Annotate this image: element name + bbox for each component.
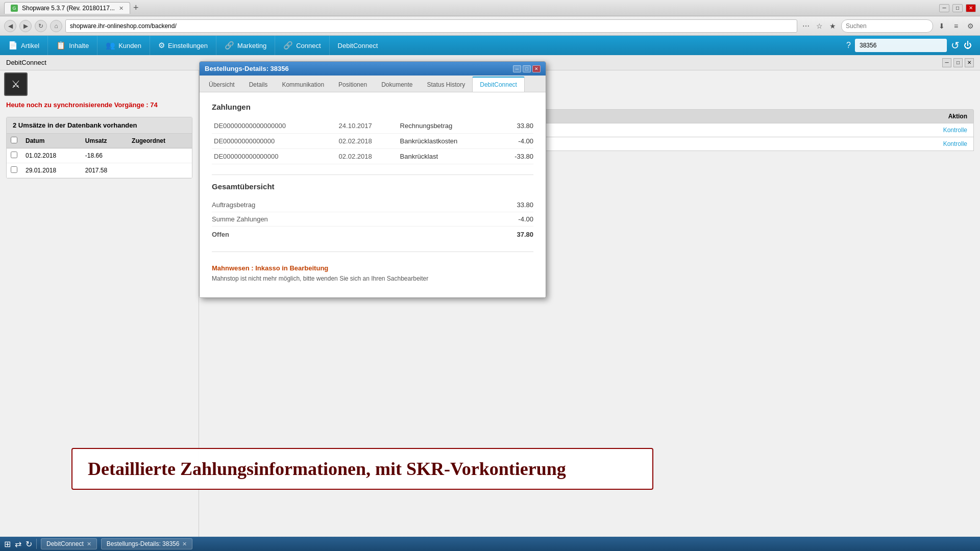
section-divider-2: [212, 252, 533, 252]
taskbar-btn-debitconnect[interactable]: DebitConnect ✕: [41, 538, 97, 549]
tab-label: Shopware 5.3.7 (Rev. 20180117...: [22, 5, 115, 12]
payment-date-1: 02.02.2018: [337, 134, 398, 149]
modal-close-btn[interactable]: ✕: [532, 65, 541, 72]
nav-label-kunden: Kunden: [118, 42, 141, 49]
modal-minimize-btn[interactable]: ─: [513, 65, 521, 72]
payment-date-2: 02.02.2018: [337, 149, 398, 164]
payments-table: DE00000000000000000 24.10.2017 Rechnungs…: [212, 118, 533, 164]
browser-toolbar: ◀ ▶ ↻ ⌂ ⋯ ☆ ★ ⬇ ≡ ⚙: [0, 16, 980, 36]
banner-text: Detaillierte Zahlungsinformationen, mit …: [88, 458, 637, 480]
nav-action-icon[interactable]: ↺: [951, 39, 960, 52]
dc-close-btn[interactable]: ✕: [965, 58, 974, 67]
taskbar-home-icon[interactable]: ⊞: [4, 539, 11, 549]
sync-warning: Heute noch zu synchronisierende Vorgänge…: [6, 101, 192, 109]
payment-iban-0: DE00000000000000000: [212, 118, 337, 134]
cell-amount-0: -18.66: [81, 148, 128, 163]
inhalte-icon: 📋: [56, 41, 66, 50]
download-icon[interactable]: ⬇: [936, 20, 947, 32]
extensions-icon[interactable]: ⋯: [800, 20, 812, 32]
modal-tab-kommunikation[interactable]: Kommunikation: [275, 77, 331, 92]
taskbar-btn-debitconnect-close[interactable]: ✕: [87, 541, 91, 547]
star-icon[interactable]: ★: [827, 20, 838, 32]
tab-close-icon[interactable]: ✕: [119, 5, 124, 12]
kontrolle-label-1: Kontrolle: [943, 127, 967, 134]
app-nav: 📄 Artikel 📋 Inhalte 👥 Kunden ⚙ Einstellu…: [0, 36, 980, 55]
modal-title: Bestellungs-Details: 38356: [205, 65, 289, 72]
table-row[interactable]: 01.02.2018 -18.66: [7, 148, 192, 163]
taskbar-switch-icon[interactable]: ⇄: [15, 539, 21, 549]
taskbar-separator: [36, 539, 37, 549]
modal-tab-positionen[interactable]: Positionen: [331, 77, 374, 92]
modal-tabs: Übersicht Details Kommunikation Position…: [200, 76, 546, 92]
cell-date-1: 29.01.2018: [21, 163, 81, 178]
forward-button[interactable]: ▶: [19, 20, 32, 32]
nav-item-connect[interactable]: 🔗 Connect: [275, 36, 329, 55]
nav-item-einstellungen[interactable]: ⚙ Einstellungen: [150, 36, 216, 55]
modal-restore-btn[interactable]: □: [523, 65, 531, 72]
nav-item-artikel[interactable]: 📄 Artikel: [0, 36, 48, 55]
kunden-icon: 👥: [106, 41, 115, 50]
nav-item-debitconnect[interactable]: DebitConnect: [330, 36, 386, 55]
help-icon[interactable]: ?: [846, 41, 851, 50]
modal-dialog: Bestellungs-Details: 38356 ─ □ ✕ Übersic…: [199, 61, 546, 298]
nav-label-einstellungen: Einstellungen: [168, 42, 208, 49]
dc-restore-btn[interactable]: □: [953, 58, 963, 67]
restore-button[interactable]: □: [952, 4, 963, 12]
dc-minimize-btn[interactable]: ─: [942, 58, 951, 67]
history-icon[interactable]: ≡: [950, 20, 962, 32]
nav-label-artikel: Artikel: [21, 42, 39, 49]
nav-item-marketing[interactable]: 🔗 Marketing: [216, 36, 275, 55]
browser-toolbar-icons: ⋯ ☆ ★: [800, 20, 838, 32]
nav-label-inhalte: Inhalte: [69, 42, 89, 49]
app-nav-search-area: ? ↺ ⏻: [846, 39, 980, 52]
modal-titlebar: Bestellungs-Details: 38356 ─ □ ✕: [200, 62, 546, 76]
browser-tab[interactable]: G Shopware 5.3.7 (Rev. 20180117... ✕: [4, 2, 130, 14]
settings-icon[interactable]: ⚙: [965, 20, 976, 32]
payment-date-0: 24.10.2017: [337, 118, 398, 134]
row-checkbox-0[interactable]: [11, 152, 17, 158]
payment-iban-1: DE00000000000000: [212, 134, 337, 149]
cell-amount-1: 2017.58: [81, 163, 128, 178]
home-button[interactable]: ⌂: [50, 20, 62, 32]
overview-label-1: Summe Zahlungen: [212, 215, 268, 223]
select-all-checkbox[interactable]: [11, 137, 17, 143]
modal-tab-debitconnect[interactable]: DebitConnect: [472, 77, 525, 92]
close-button[interactable]: ✕: [966, 4, 976, 12]
nav-item-kunden[interactable]: 👥 Kunden: [97, 36, 150, 55]
taskbar-refresh-icon[interactable]: ↻: [26, 539, 32, 549]
modal-tab-status-history[interactable]: Status History: [420, 77, 473, 92]
db-table-header: 2 Umsätze in der Datenbank vorhanden: [7, 117, 192, 134]
new-tab-icon[interactable]: +: [133, 3, 139, 13]
payment-iban-2: DE000000000000000: [212, 149, 337, 164]
address-bar[interactable]: [65, 19, 797, 33]
payment-amount-2: -33.80: [499, 149, 533, 164]
kontrolle-label-2: Kontrolle: [943, 140, 967, 147]
overview-row-offen: Offen 37.80: [212, 227, 533, 241]
banner-overlay: Detaillierte Zahlungsinformationen, mit …: [71, 448, 653, 490]
col-header-checkbox: [7, 134, 21, 148]
taskbar-btn-bestellungs-close[interactable]: ✕: [182, 541, 187, 547]
col-header-datum: Datum: [21, 134, 81, 148]
warning-section: Mahnwesen : Inkasso in Bearbeitung Mahns…: [212, 259, 533, 287]
modal-tab-details[interactable]: Details: [242, 77, 275, 92]
debitconnect-title: DebitConnect: [6, 59, 46, 66]
nav-item-inhalte[interactable]: 📋 Inhalte: [48, 36, 97, 55]
db-table-section: 2 Umsätze in der Datenbank vorhanden Dat…: [6, 117, 192, 179]
payment-row: DE000000000000000 02.02.2018 Bankrücklas…: [212, 149, 533, 164]
cell-date-0: 01.02.2018: [21, 148, 81, 163]
overview-value-0: 33.80: [517, 201, 533, 209]
minimize-button[interactable]: ─: [939, 4, 949, 12]
overview-section: Gesamtübersicht Auftragsbetrag 33.80 Sum…: [212, 182, 533, 241]
modal-tab-ubersicht[interactable]: Übersicht: [202, 77, 242, 92]
overview-section-title: Gesamtübersicht: [212, 182, 533, 191]
nav-logout-icon[interactable]: ⏻: [964, 41, 972, 50]
bookmark-icon[interactable]: ☆: [814, 20, 825, 32]
row-checkbox-1[interactable]: [11, 166, 17, 173]
modal-tab-dokumente[interactable]: Dokumente: [374, 77, 420, 92]
table-row[interactable]: 29.01.2018 2017.58: [7, 163, 192, 178]
taskbar-btn-bestellungs-details[interactable]: Bestellungs-Details: 38356 ✕: [101, 538, 193, 549]
app-search-input[interactable]: [855, 39, 947, 52]
refresh-button[interactable]: ↻: [35, 20, 47, 32]
browser-search-input[interactable]: [841, 19, 933, 33]
back-button[interactable]: ◀: [4, 20, 16, 32]
